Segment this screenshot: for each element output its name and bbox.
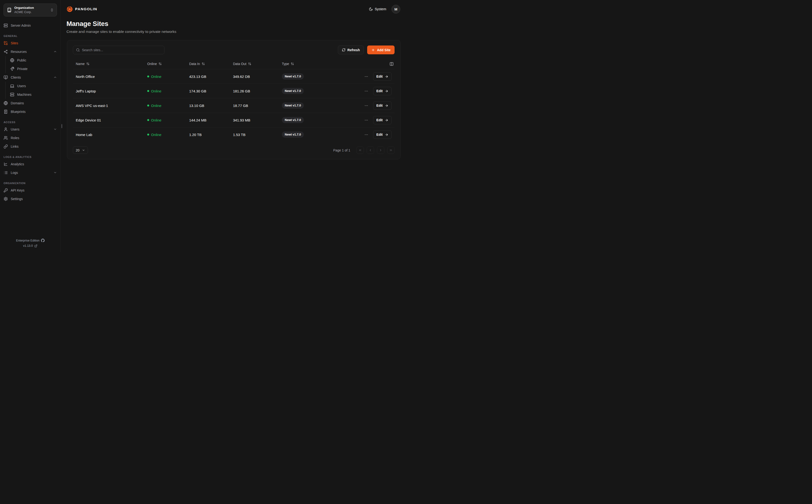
column-label: Data Out (233, 62, 246, 66)
prev-page-button[interactable] (367, 146, 374, 154)
org-selector[interactable]: Organization ACME Corp. (4, 4, 57, 16)
sidebar-item-sites[interactable]: Sites (4, 39, 57, 47)
sites-table: Name Online Data In Data Out Type (73, 59, 395, 142)
type-badge: Newt v1.7.0 (282, 102, 304, 109)
sidebar-item-label: Logs (11, 171, 51, 175)
pangolin-logo-icon (66, 6, 73, 12)
data-out-value: 181.26 GB (230, 89, 279, 93)
sort-icon (248, 62, 251, 66)
sidebar-item-private[interactable]: Private (10, 65, 57, 73)
column-header-online[interactable]: Online (144, 62, 186, 66)
sidebar: Organization ACME Corp. Server Admin GEN… (0, 0, 61, 252)
sites-icon (4, 41, 8, 45)
sidebar-footer: Enterprise Edition v1.13.0 (4, 237, 57, 248)
row-menu-button[interactable] (363, 117, 369, 123)
brand-logo[interactable]: PANGOLIN (66, 6, 97, 12)
edit-button[interactable]: Edit (373, 131, 392, 139)
sidebar-item-machines[interactable]: Machines (10, 90, 57, 99)
column-header-name[interactable]: Name (73, 62, 144, 66)
sidebar-item-links[interactable]: Links (4, 142, 57, 151)
page-subtitle: Create and manage sites to enable connec… (66, 30, 400, 34)
column-header-type[interactable]: Type (279, 62, 355, 66)
sidebar-item-server-admin[interactable]: Server Admin (4, 21, 57, 30)
edit-label: Edit (376, 104, 383, 107)
sidebar-item-label: Users (11, 127, 51, 131)
edit-button[interactable]: Edit (373, 72, 392, 81)
column-label: Online (147, 62, 157, 66)
sidebar-item-label: Links (11, 145, 57, 148)
globe-icon (10, 58, 14, 62)
share-nodes-icon (4, 50, 8, 54)
column-picker-button[interactable] (390, 62, 394, 66)
edition-label: Enterprise Edition (16, 239, 40, 242)
sidebar-item-public[interactable]: Public (10, 56, 57, 65)
column-header-data-in[interactable]: Data In (186, 62, 230, 66)
row-menu-button[interactable] (363, 88, 369, 94)
search-input[interactable] (82, 48, 161, 52)
online-dot-icon (147, 90, 149, 92)
link-icon (4, 144, 8, 149)
clients-subgroup: Users Machines (5, 82, 57, 99)
sidebar-item-users[interactable]: Users (4, 125, 57, 134)
edit-button[interactable]: Edit (373, 116, 392, 124)
sidebar-item-resources[interactable]: Resources (4, 47, 57, 56)
sidebar-item-settings[interactable]: Settings (4, 195, 57, 203)
last-page-button[interactable] (387, 146, 395, 154)
gear-icon (4, 197, 8, 201)
sidebar-item-clients[interactable]: Clients (4, 73, 57, 82)
data-in-value: 1.20 TB (186, 133, 230, 137)
site-name: North Office (73, 75, 144, 79)
status-badge: Online (144, 118, 186, 122)
edit-button[interactable]: Edit (373, 101, 392, 110)
data-in-value: 144.24 MB (186, 118, 230, 122)
sidebar-item-client-users[interactable]: Users (10, 82, 57, 90)
arrow-right-icon (385, 89, 388, 93)
search-icon (76, 48, 80, 52)
arrow-right-icon (385, 118, 388, 122)
ellipsis-icon (364, 118, 368, 122)
edit-button[interactable]: Edit (373, 87, 392, 95)
sort-icon (158, 62, 162, 66)
sidebar-item-domains[interactable]: Domains (4, 99, 57, 107)
data-out-value: 18.77 GB (230, 104, 279, 108)
version-link[interactable]: v1.13.0 (4, 244, 57, 247)
row-menu-button[interactable] (363, 103, 369, 109)
plus-icon (371, 48, 375, 52)
search-box[interactable] (73, 46, 164, 54)
edition-link[interactable]: Enterprise Edition (4, 239, 57, 242)
arrow-right-icon (385, 133, 388, 136)
sidebar-item-blueprints[interactable]: Blueprints (4, 107, 57, 116)
row-menu-button[interactable] (363, 132, 369, 138)
arrow-right-icon (385, 104, 388, 107)
first-page-button[interactable] (356, 146, 364, 154)
section-label-organization: ORGANIZATION (4, 182, 57, 185)
edit-label: Edit (376, 75, 383, 78)
avatar[interactable]: M (391, 5, 400, 14)
site-name: Home Lab (73, 133, 144, 137)
sidebar-item-roles[interactable]: Roles (4, 134, 57, 142)
type-badge: Newt v1.7.0 (282, 117, 304, 123)
sidebar-item-label: Users (17, 84, 57, 88)
sidebar-item-label: Sites (11, 41, 57, 45)
page-size-select[interactable]: 20 (73, 146, 88, 154)
column-header-data-out[interactable]: Data Out (230, 62, 279, 66)
site-name: AWS VPC us-east-1 (73, 104, 144, 108)
theme-toggle[interactable]: System (369, 7, 386, 11)
sidebar-item-label: Settings (11, 197, 57, 201)
page-size-value: 20 (76, 148, 80, 152)
ellipsis-icon (364, 104, 368, 108)
chevron-down-icon (53, 171, 57, 174)
row-menu-button[interactable] (363, 74, 369, 80)
add-site-button[interactable]: Add Site (367, 45, 395, 54)
sidebar-scrollbar-thumb[interactable] (61, 124, 62, 128)
sidebar-item-analytics[interactable]: Analytics (4, 160, 57, 168)
refresh-label: Refresh (347, 48, 360, 52)
column-label: Name (76, 62, 85, 66)
refresh-button[interactable]: Refresh (338, 45, 364, 54)
ellipsis-icon (364, 89, 368, 93)
sidebar-item-api-keys[interactable]: API Keys (4, 186, 57, 195)
next-page-button[interactable] (377, 146, 384, 154)
status-badge: Online (144, 75, 186, 79)
chevron-right-icon (379, 148, 382, 152)
sidebar-item-logs[interactable]: Logs (4, 168, 57, 177)
